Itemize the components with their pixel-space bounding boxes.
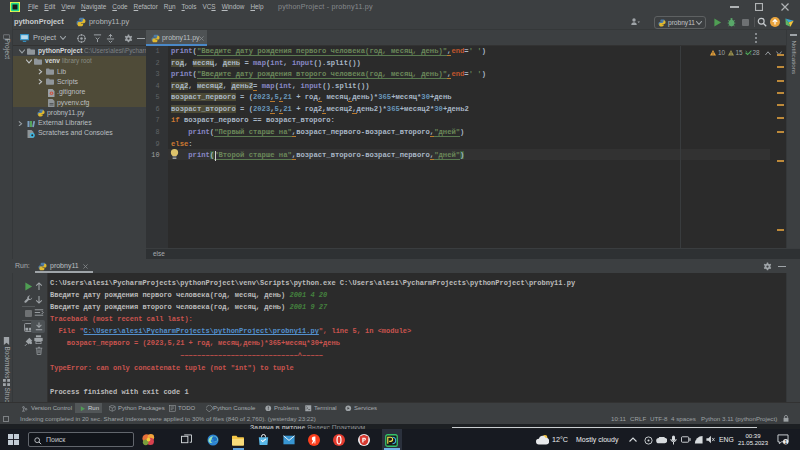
svg-text:1: 1 bbox=[784, 439, 787, 445]
